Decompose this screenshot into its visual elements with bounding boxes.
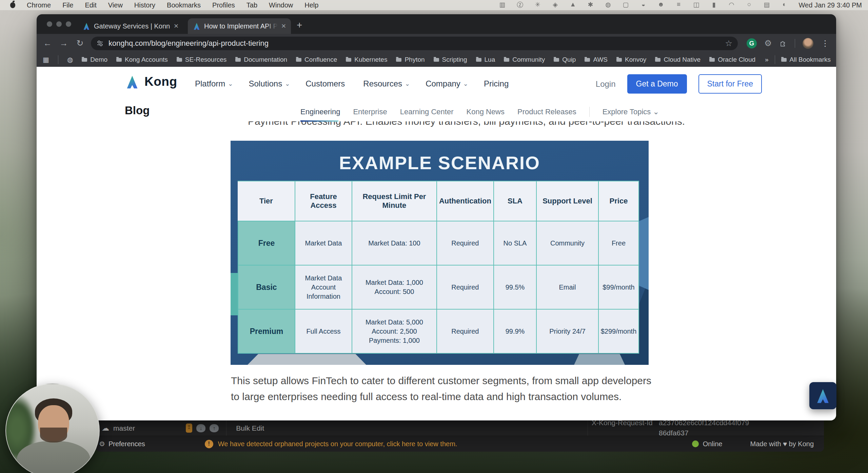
orphaned-projects-notice[interactable]: We have detected orphaned projects on yo… [218,440,457,448]
nav-item[interactable]: Resources⌄ [363,79,410,88]
tab-api-product-tiering[interactable]: How to Implement API Produc ✕ [188,18,291,34]
decoration-wedge [638,217,649,290]
new-tab-button[interactable]: + [297,20,302,31]
apple-menu-icon[interactable] [10,2,15,8]
nav-item[interactable]: Company⌄ [426,79,468,88]
tab-enterprise[interactable]: Enterprise [353,107,387,116]
tab-engineering[interactable]: Engineering [300,107,340,116]
shield-icon[interactable]: ◈ [551,1,559,9]
bookmark-folder[interactable]: Scripting [434,56,467,63]
menu-item[interactable]: Tab [246,1,257,9]
bookmark-folder[interactable]: Kong Accounts [116,56,168,63]
bookmark-folder[interactable]: Cloud Native [655,56,701,63]
nav-item[interactable]: Customers [305,79,348,88]
forward-button[interactable]: → [56,38,72,48]
cloud-pull-icon[interactable]: ↓ [196,424,205,432]
nav-item[interactable]: Solutions⌄ [249,79,290,88]
maximize-window-button[interactable] [66,21,71,27]
menu-item[interactable]: Profiles [212,1,235,9]
profile-avatar[interactable] [803,38,813,49]
chrome-menu-icon[interactable]: ⋮ [821,39,829,48]
bookmark-folder[interactable]: Lua [476,56,495,63]
coffee-icon[interactable]: ◒ [639,1,648,9]
tab-kong-news[interactable]: Kong News [467,107,505,116]
tab-learning-center[interactable]: Learning Center [400,107,454,116]
claw-icon[interactable]: ≡ [675,1,683,9]
apps-grid-icon[interactable]: ▦ [43,56,49,64]
bookmark-folder[interactable]: Documentation [235,56,287,63]
menu-item[interactable]: Bookmarks [167,1,201,9]
bookmark-folder[interactable]: Community [504,56,545,63]
spotlight-icon[interactable]: ○ [745,1,753,9]
bookmark-folder[interactable]: Kubernetes [346,56,387,63]
bookmark-folder[interactable]: Oracle Cloud [709,56,755,63]
globe-bookmark-icon[interactable]: ◍ [67,56,73,64]
tab-gateway-services[interactable]: Gateway Services | Konnect ✕ [78,18,183,34]
close-tab-icon[interactable]: ✕ [174,22,179,30]
menu-clock[interactable]: Wed Jan 29 3:40 PM [799,1,862,9]
screen-mirror-icon[interactable]: ▥ [498,1,507,9]
battery-icon[interactable]: ▮ [710,1,718,9]
url-text[interactable]: konghq.com/blog/engineering/api-product-… [108,39,725,48]
bookmark-folder[interactable]: SE-Resources [177,56,227,63]
spark-icon[interactable]: ✱ [587,1,595,9]
asterisk-icon[interactable]: ✳ [534,1,542,9]
address-bar[interactable]: konghq.com/blog/engineering/api-product-… [91,37,738,50]
bookmarks-overflow-chevron[interactable]: » [765,56,769,63]
tab-product-releases[interactable]: Product Releases [517,107,576,116]
minimize-window-button[interactable] [56,21,62,27]
preferences-button[interactable]: Preferences [108,440,145,448]
spiral-icon[interactable]: ◍ [604,1,612,9]
kong-menubar-icon[interactable]: ▲ [569,1,577,9]
robot-icon[interactable]: ☻ [657,1,665,9]
git-branch-label[interactable]: master [113,424,135,432]
chevron-down-icon: ⌄ [405,80,410,87]
cloud-push-icon[interactable]: ↑ [210,424,219,432]
explore-topics-dropdown[interactable]: Explore Topics ⌄ [603,107,659,116]
bookmark-folder[interactable]: Phyton [396,56,425,63]
bookmark-star-icon[interactable]: ☆ [725,39,732,48]
nav-item[interactable]: Platform⌄ [195,79,233,88]
zoom-icon[interactable]: ⓩ [516,1,524,9]
menu-item[interactable]: Chrome [27,1,51,9]
extension-gear-icon[interactable]: ⚙ [764,38,772,48]
site-settings-icon[interactable] [96,40,104,47]
warning-icon[interactable]: ! [205,440,213,448]
login-link[interactable]: Login [596,79,616,89]
kong-badge-icon [815,388,831,404]
menu-item[interactable]: View [108,1,123,9]
menu-item[interactable]: File [62,1,73,9]
bookmark-folder[interactable]: Konvoy [616,56,646,63]
extensions-puzzle-icon[interactable] [779,39,787,47]
bookmark-folder[interactable]: Demo [82,56,107,63]
people-icon[interactable]: ◫ [692,1,701,9]
reload-button[interactable]: ↻ [72,38,88,48]
nav-item[interactable]: Pricing [484,79,511,88]
blog-title[interactable]: Blog [125,104,150,117]
grammarly-extension-icon[interactable]: G [747,38,757,48]
window-controls[interactable] [47,21,71,27]
kong-logo[interactable]: Kong [125,73,177,91]
box-icon[interactable]: ▢ [622,1,630,9]
bookmark-folder[interactable]: AWS [585,56,608,63]
uncommitted-changes-icon[interactable] [186,423,192,433]
all-bookmarks-button[interactable]: All Bookmarks [781,56,831,63]
menu-item[interactable]: History [134,1,155,9]
menu-item[interactable]: Window [269,1,293,9]
close-tab-icon[interactable]: ✕ [281,22,286,30]
branch-cloud-icon[interactable]: ☁ [102,424,109,433]
gear-icon[interactable]: ⚙ [99,440,105,448]
back-button[interactable]: ← [39,38,56,48]
close-window-button[interactable] [47,21,52,27]
bookmark-folder[interactable]: Confluence [296,56,337,63]
get-a-demo-button[interactable]: Get a Demo [627,74,687,94]
menu-item[interactable]: Edit [85,1,96,9]
menu-item[interactable]: Help [304,1,318,9]
bulk-edit-button[interactable]: Bulk Edit [236,424,264,432]
kong-badge-overlay[interactable] [809,382,836,409]
wifi-icon[interactable]: ◠ [728,1,736,9]
start-for-free-button[interactable]: Start for Free [698,74,762,94]
siri-icon[interactable]: ◐ [781,1,789,9]
control-center-icon[interactable]: ▤ [763,1,771,9]
bookmark-folder[interactable]: Quip [554,56,576,63]
